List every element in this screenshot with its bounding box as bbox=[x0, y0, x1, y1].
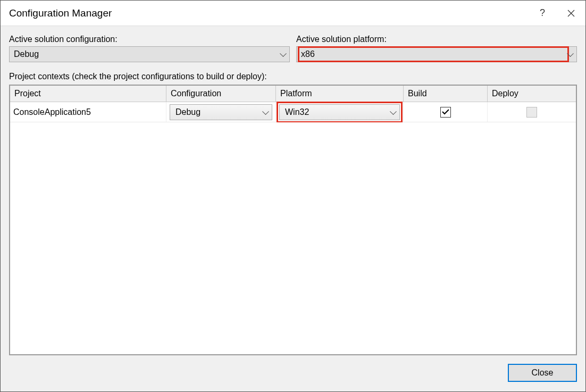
dialog-footer: Close bbox=[9, 355, 577, 382]
row-config-value: Debug bbox=[175, 107, 263, 117]
project-contexts-label: Project contexts (check the project conf… bbox=[9, 72, 577, 81]
window-title: Configuration Manager bbox=[9, 7, 528, 19]
active-platform-label: Active solution platform: bbox=[296, 35, 577, 44]
cell-configuration: Debug bbox=[166, 102, 276, 122]
dialog-body: Active solution configuration: Debug Act… bbox=[1, 26, 585, 391]
titlebar: Configuration Manager ? bbox=[1, 1, 585, 26]
chevron-down-icon bbox=[263, 111, 269, 114]
active-platform-value: x86 bbox=[299, 47, 568, 61]
active-platform-group: Active solution platform: x86 bbox=[296, 35, 577, 62]
checkmark-icon bbox=[442, 109, 449, 115]
row-platform-dropdown[interactable]: Win32 bbox=[279, 104, 400, 120]
col-platform[interactable]: Platform bbox=[276, 86, 404, 102]
col-project[interactable]: Project bbox=[10, 86, 166, 102]
chevron-down-icon bbox=[391, 111, 396, 114]
chevron-down-icon bbox=[568, 53, 573, 56]
active-config-dropdown[interactable]: Debug bbox=[9, 46, 290, 62]
col-deploy[interactable]: Deploy bbox=[488, 86, 576, 102]
col-build[interactable]: Build bbox=[404, 86, 488, 102]
help-button[interactable]: ? bbox=[528, 1, 557, 26]
solution-settings-row: Active solution configuration: Debug Act… bbox=[9, 35, 577, 62]
grid-empty-area bbox=[10, 122, 576, 354]
close-button[interactable]: Close bbox=[508, 364, 577, 382]
grid-header: Project Configuration Platform Build Dep… bbox=[10, 86, 576, 102]
cell-platform: Win32 bbox=[276, 102, 404, 122]
window-close-button[interactable] bbox=[557, 1, 585, 26]
col-configuration[interactable]: Configuration bbox=[166, 86, 276, 102]
chevron-down-icon bbox=[281, 53, 286, 56]
cell-project: ConsoleApplication5 bbox=[10, 102, 166, 122]
build-checkbox[interactable] bbox=[440, 107, 451, 118]
row-platform-value: Win32 bbox=[285, 107, 391, 117]
close-icon bbox=[567, 10, 575, 17]
active-config-label: Active solution configuration: bbox=[9, 35, 290, 44]
table-row: ConsoleApplication5 Debug Win32 bbox=[10, 102, 576, 122]
cell-deploy bbox=[488, 102, 576, 122]
active-config-group: Active solution configuration: Debug bbox=[9, 35, 290, 62]
active-config-value: Debug bbox=[14, 49, 281, 59]
deploy-checkbox bbox=[526, 107, 537, 118]
row-config-dropdown[interactable]: Debug bbox=[170, 104, 272, 120]
active-platform-dropdown[interactable]: x86 bbox=[296, 46, 577, 62]
configuration-manager-window: Configuration Manager ? Active solution … bbox=[0, 0, 586, 392]
cell-build bbox=[404, 102, 488, 122]
project-contexts-grid: Project Configuration Platform Build Dep… bbox=[9, 85, 577, 355]
